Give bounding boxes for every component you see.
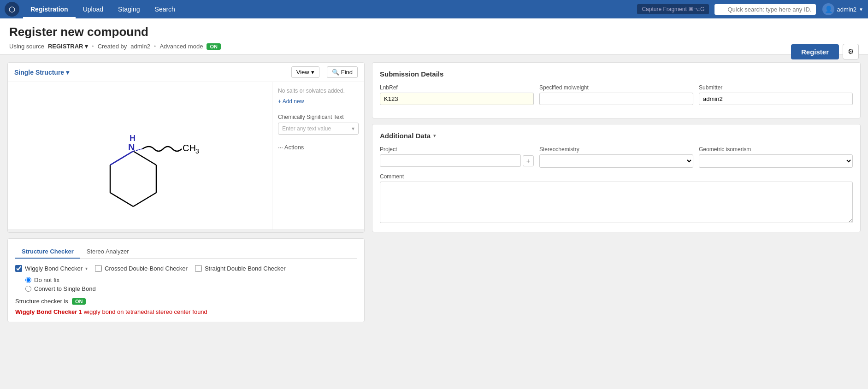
comment-textarea[interactable] xyxy=(380,182,853,223)
radio-convert-to-single-input[interactable] xyxy=(25,286,31,292)
nav-staging[interactable]: Staging xyxy=(111,0,147,18)
comment-label: Comment xyxy=(380,173,853,180)
structure-checker-status-label: Structure checker is xyxy=(15,298,68,305)
submitter-field-group: Submitter xyxy=(699,84,853,105)
no-salts-text: No salts or solvates added. xyxy=(278,88,359,94)
single-structure-label: Single Structure xyxy=(14,69,64,76)
geometric-isomerism-select[interactable] xyxy=(699,154,853,168)
nav-upload[interactable]: Upload xyxy=(76,0,111,18)
checker-error-msg-text: 1 wiggly bond on tetrahedral stereo cent… xyxy=(79,308,207,315)
add-new-link[interactable]: + Add new xyxy=(278,98,304,105)
nav-registration[interactable]: Registration xyxy=(23,0,76,18)
lnbref-input[interactable] xyxy=(380,93,534,105)
crossed-double-bond-label: Crossed Double-Bond Checker xyxy=(105,265,188,272)
main-layout: Single Structure ▾ View ▾ 🔍 Find xyxy=(0,55,868,389)
radio-do-not-fix-label: Do not fix xyxy=(34,277,59,283)
radio-convert-to-single[interactable]: Convert to Single Bond xyxy=(25,285,357,292)
radio-do-not-fix-input[interactable] xyxy=(25,277,31,283)
svg-line-5 xyxy=(110,193,133,206)
meta-advanced-label: Advanced mode xyxy=(159,43,203,50)
wiggly-bond-label: Wiggly Bond Checker xyxy=(25,265,83,272)
settings-gear-button[interactable]: ⚙ xyxy=(843,44,859,59)
meta-sep1: • xyxy=(92,43,94,50)
geometric-isomerism-label: Geometric isomerism xyxy=(699,146,853,153)
stereochemistry-select[interactable] xyxy=(539,154,693,168)
view-chevron: ▾ xyxy=(311,69,314,76)
crossed-double-bond-item: Crossed Double-Bond Checker xyxy=(95,265,188,272)
register-button[interactable]: Register xyxy=(791,44,839,59)
wiggly-bond-dropdown-icon[interactable]: ▾ xyxy=(85,266,88,271)
tab-structure-checker[interactable]: Structure Checker xyxy=(15,245,80,259)
topnav: ⬡ Registration Upload Staging Search Cap… xyxy=(0,0,868,18)
additional-data-chevron[interactable]: ▾ xyxy=(433,133,436,139)
project-label: Project xyxy=(380,146,534,153)
straight-double-bond-checkbox[interactable] xyxy=(195,265,202,272)
capture-fragment-button[interactable]: Capture Fragment ⌘⌥G xyxy=(637,4,709,14)
additional-data-header: Additional Data ▾ xyxy=(380,132,853,140)
specified-molweight-input[interactable] xyxy=(539,93,693,105)
submission-details-title: Submission Details xyxy=(380,70,853,78)
view-label: View xyxy=(296,69,309,76)
radio-convert-to-single-label: Convert to Single Bond xyxy=(34,285,96,292)
chem-sig-section: Chemically Significant Text Enter any te… xyxy=(278,114,359,135)
quick-search-input[interactable] xyxy=(714,4,816,15)
header-actions: Register ⚙ xyxy=(791,44,859,59)
checker-on-badge: ON xyxy=(72,298,86,305)
meta-source-label: Using source xyxy=(9,43,44,50)
svg-text:3: 3 xyxy=(195,147,199,155)
meta-source-value[interactable]: REGISTRAR ▾ xyxy=(48,43,88,50)
radio-do-not-fix[interactable]: Do not fix xyxy=(25,277,357,283)
project-add-button[interactable]: + xyxy=(523,155,534,166)
checker-tabs: Structure Checker Stereo Analyzer xyxy=(15,245,357,259)
svg-line-12 xyxy=(110,151,133,165)
resize-handle[interactable] xyxy=(8,230,364,232)
wiggly-bond-checkbox[interactable] xyxy=(15,265,22,272)
additional-data-title: Additional Data xyxy=(380,132,431,140)
checker-error: Wiggly Bond Checker 1 wiggly bond on tet… xyxy=(15,308,357,315)
stereochemistry-label: Stereochemistry xyxy=(539,146,693,153)
tab-stereo-analyzer[interactable]: Stereo Analyzer xyxy=(80,245,136,259)
single-structure-button[interactable]: Single Structure ▾ xyxy=(14,69,69,76)
additional-data-card: Additional Data ▾ Project + Stereochemis… xyxy=(372,124,861,232)
specified-molweight-label: Specified molweight xyxy=(539,84,693,91)
nav-search[interactable]: Search xyxy=(148,0,183,18)
left-panel: Single Structure ▾ View ▾ 🔍 Find xyxy=(7,62,365,386)
checker-card: Structure Checker Stereo Analyzer Wiggly… xyxy=(7,238,365,322)
chem-sig-placeholder: Enter any text value xyxy=(282,125,331,132)
find-search-icon: 🔍 xyxy=(332,69,339,76)
checker-error-label: Wiggly Bond Checker xyxy=(15,308,77,315)
molecule-svg: N H CH 3 xyxy=(53,91,228,220)
checker-row: Wiggly Bond Checker ▾ Crossed Double-Bon… xyxy=(15,265,357,272)
right-panel: Submission Details LnbRef Specified molw… xyxy=(372,62,861,386)
username-label: admin2 xyxy=(837,6,856,13)
chem-sig-dropdown-icon: ▾ xyxy=(352,125,354,132)
advanced-mode-toggle[interactable]: ON xyxy=(207,43,221,50)
nav-items: Registration Upload Staging Search xyxy=(23,0,183,18)
actions-row[interactable]: ··· Actions xyxy=(278,144,359,151)
comment-field-group: Comment xyxy=(380,173,853,224)
submitter-label: Submitter xyxy=(699,84,853,91)
meta-created-label: Created by xyxy=(98,43,127,50)
molecule-area: N H CH 3 No salts xyxy=(8,82,364,230)
wiggly-bond-checker-item: Wiggly Bond Checker ▾ xyxy=(15,265,88,272)
search-wrapper xyxy=(714,4,816,15)
crossed-double-bond-checkbox[interactable] xyxy=(95,265,102,272)
page-meta: Using source REGISTRAR ▾ • Created by ad… xyxy=(9,43,859,54)
svg-text:CH: CH xyxy=(183,143,196,153)
project-row: + xyxy=(380,154,534,167)
project-input[interactable] xyxy=(380,154,521,167)
chem-sig-input[interactable]: Enter any text value ▾ xyxy=(278,123,359,135)
project-field-group: Project + xyxy=(380,146,534,168)
stereochemistry-field-group: Stereochemistry xyxy=(539,146,693,168)
svg-line-4 xyxy=(133,193,156,206)
meta-created-value: admin2 xyxy=(130,43,150,50)
svg-line-2 xyxy=(133,151,156,165)
submitter-input[interactable] xyxy=(699,93,853,105)
view-button[interactable]: View ▾ xyxy=(291,66,319,78)
structure-card-header: Single Structure ▾ View ▾ 🔍 Find xyxy=(8,63,364,82)
user-dropdown-icon[interactable]: ▼ xyxy=(859,7,863,12)
structure-card: Single Structure ▾ View ▾ 🔍 Find xyxy=(7,62,365,233)
straight-double-bond-label: Straight Double Bond Checker xyxy=(205,265,286,272)
find-button[interactable]: 🔍 Find xyxy=(327,66,358,78)
molecule-canvas[interactable]: N H CH 3 xyxy=(8,82,272,230)
